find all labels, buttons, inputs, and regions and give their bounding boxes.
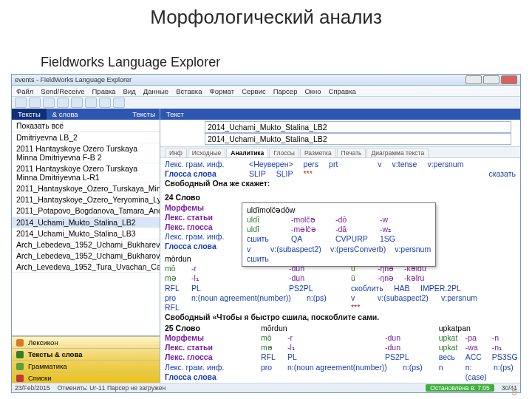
toolbar-button[interactable] — [113, 98, 125, 108]
text-list-item[interactable]: 2011_Potapovo_Bogdanova_Tamara_Andreevna… — [12, 205, 160, 216]
cell[interactable]: v:(subaspect2) — [270, 245, 321, 254]
nav-grammar[interactable]: Грамматика — [12, 360, 160, 372]
cell[interactable]: сшить — [247, 254, 282, 264]
tab-tagging[interactable]: Разметка — [300, 148, 336, 157]
cell[interactable]: -molčə — [291, 215, 327, 225]
cell[interactable]: mə — [165, 273, 187, 283]
word-gloss[interactable]: RFL — [165, 303, 329, 313]
toolbar-button[interactable] — [85, 98, 97, 108]
cell[interactable]: -w₂ — [380, 225, 415, 234]
left-tab-texts[interactable]: Тексты — [12, 109, 47, 120]
cell[interactable]: -r — [287, 333, 310, 343]
cell[interactable]: ACC — [466, 352, 488, 362]
tab-info[interactable]: Инф — [165, 148, 187, 157]
menu-help[interactable]: Справка — [329, 87, 356, 95]
menu-window[interactable]: Окно — [304, 87, 321, 95]
left-tab-words[interactable]: & слова — [47, 109, 84, 120]
menu-parser[interactable]: Парсер — [273, 87, 298, 95]
cell[interactable]: скоблить — [351, 284, 389, 293]
cell[interactable]: -l₁ — [191, 273, 214, 283]
text-list-item[interactable]: 2014_Uchami_Mukto_Stalina_LB2 — [12, 217, 160, 228]
cell[interactable]: RFL — [165, 284, 187, 293]
menu-insert[interactable]: Вставка — [176, 87, 202, 95]
text-list-item[interactable]: 2014_Uchami_Mukto_Stalina_LB3 — [12, 228, 160, 239]
free-translation[interactable]: Свободный Она же скажет: — [165, 179, 516, 188]
tab-chart[interactable]: Диаграмма текста — [366, 148, 429, 157]
toolbar-button[interactable] — [43, 98, 55, 108]
toolbar-button[interactable] — [15, 98, 27, 108]
cell[interactable]: RFL — [261, 352, 283, 362]
cell[interactable]: IMPER.2PL — [420, 284, 461, 293]
menu-view[interactable]: Вид — [123, 87, 136, 95]
text-list-item[interactable]: Arch_Lebedeva_1952_Uchami_Bukharov_Summe… — [12, 250, 160, 262]
cell[interactable]: QA — [291, 234, 327, 244]
left-tab-texts-2[interactable]: Тексты — [126, 109, 160, 120]
cell[interactable]: -r — [191, 264, 214, 273]
cell[interactable]: сшить — [247, 234, 282, 244]
cell[interactable]: -n — [492, 333, 514, 343]
cell[interactable]: -kəlru — [404, 273, 426, 283]
cell[interactable]: PS2PL — [385, 352, 409, 362]
tab-analyze[interactable]: Аналитика — [226, 148, 268, 157]
cell[interactable]: -dun — [289, 273, 311, 283]
cell[interactable]: v:persnum — [441, 293, 477, 303]
cell[interactable]: 1SG — [380, 234, 415, 244]
cell[interactable]: v — [351, 293, 373, 303]
cell[interactable]: v:(persConverb) — [330, 245, 386, 254]
toolbar-button[interactable] — [29, 98, 41, 108]
cell[interactable]: -dō — [335, 215, 371, 225]
menu-sendreceive[interactable]: Send/Receive — [41, 87, 84, 95]
text-title-input-2[interactable] — [205, 133, 511, 145]
texts-list[interactable]: Показать всё Dmitriyevna LB_22011 Hantay… — [12, 120, 160, 336]
window-minimize-button[interactable] — [466, 75, 482, 84]
cell[interactable]: n:(ps) — [307, 293, 329, 303]
text-list-item[interactable]: 2011_Hantayskoye_Ozero_Yeryomina_Lyubov_… — [12, 194, 160, 205]
window-close-button[interactable] — [501, 75, 517, 84]
cell[interactable]: mō — [165, 264, 187, 273]
baseline-word[interactable]: upkatpan — [439, 324, 516, 333]
toolbar-button[interactable] — [71, 98, 83, 108]
cell[interactable]: -ŋnə — [378, 273, 400, 283]
cell[interactable]: ū — [351, 273, 373, 283]
cell[interactable]: mō — [261, 333, 283, 343]
cell[interactable]: v:persnum — [395, 245, 431, 254]
cell[interactable]: CVPURP — [335, 234, 371, 244]
baseline-word[interactable]: mōrdun — [261, 324, 417, 333]
free-translation[interactable]: Свободный «Чтобы я быстро сшила, поскобл… — [165, 313, 516, 322]
cell[interactable]: upkat — [439, 343, 461, 352]
menu-tools[interactable]: Сервис — [242, 87, 266, 95]
cell[interactable]: uldī — [247, 225, 282, 234]
show-all-row[interactable]: Показать всё — [12, 120, 160, 132]
cell[interactable]: n:(ps) — [403, 363, 425, 372]
text-list-item[interactable]: Arch_Levedeva_1952_Tura_Uvachan_Cannibal… — [12, 262, 160, 273]
menu-file[interactable]: Файл — [16, 87, 33, 95]
toolbar-button[interactable] — [57, 98, 69, 108]
nav-lexicon[interactable]: Лексикон — [12, 336, 160, 348]
cell[interactable]: весь — [439, 352, 461, 362]
window-maximize-button[interactable] — [483, 75, 499, 84]
text-list-item[interactable]: Dmitriyevna LB_2 — [12, 132, 160, 143]
tab-baseline[interactable]: Исходные — [188, 148, 226, 157]
nav-texts-words[interactable]: Тексты & cлова — [12, 348, 160, 360]
cell[interactable]: upkat — [439, 333, 461, 343]
word-gloss[interactable]: *** — [351, 303, 477, 313]
cell[interactable]: n — [439, 363, 461, 382]
cell[interactable]: PL — [287, 352, 310, 362]
cell[interactable]: pro — [165, 293, 187, 303]
cell[interactable]: -w — [380, 215, 415, 225]
cell[interactable]: pro — [261, 363, 283, 372]
cell[interactable]: HAB — [394, 284, 416, 293]
interlinear-view[interactable]: Лекс. грам. инф. <Неуверен> pers prt v v… — [160, 158, 520, 383]
cell[interactable]: PS3SG — [492, 352, 516, 362]
text-list-item[interactable]: 2011_Hantayskoye_Ozero_Turskaya_Minna_Dm… — [12, 183, 160, 194]
cell[interactable]: -wa — [466, 343, 488, 352]
text-title-input-1[interactable] — [205, 121, 511, 133]
text-list-item[interactable]: Arch_Lebedeva_1952_Uchami_Bukharev_BearC… — [12, 239, 160, 250]
cell[interactable]: -pa — [466, 333, 488, 343]
menu-data[interactable]: Данные — [143, 87, 168, 95]
cell[interactable]: n:(noun agreement(number)) — [287, 363, 398, 372]
cell[interactable]: n:(case) — [466, 363, 489, 382]
cell[interactable]: n:(ps) — [494, 363, 516, 382]
cell[interactable]: v:(subaspect2) — [378, 293, 437, 303]
cell[interactable]: -məlčə — [291, 225, 327, 234]
